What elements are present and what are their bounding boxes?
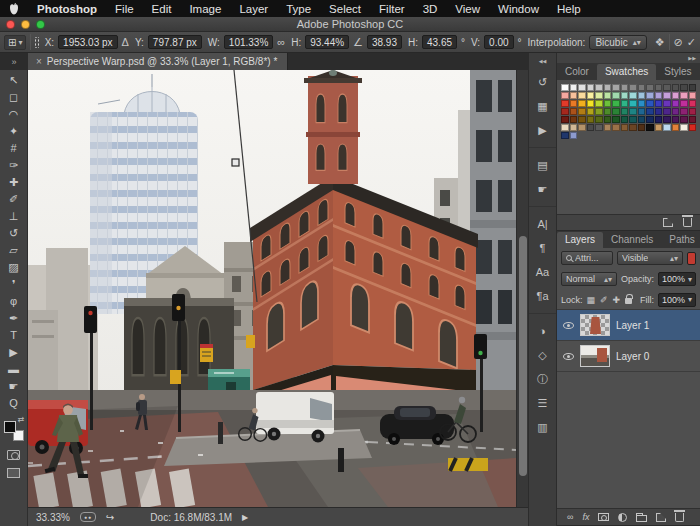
- move-tool[interactable]: ↖: [3, 72, 25, 89]
- lock-all-icon[interactable]: [625, 298, 632, 304]
- swatch[interactable]: [689, 100, 697, 107]
- menu-photoshop[interactable]: Photoshop: [28, 3, 106, 15]
- swatch[interactable]: [621, 108, 629, 115]
- marquee-tool[interactable]: ◻: [3, 89, 25, 106]
- link-dimensions-icon[interactable]: ∞: [277, 36, 285, 48]
- menu-select[interactable]: Select: [320, 3, 370, 15]
- vertical-scrollbar[interactable]: [516, 70, 528, 507]
- brush-tool[interactable]: ✐: [3, 191, 25, 208]
- swatch[interactable]: [646, 108, 654, 115]
- quick-selection-tool[interactable]: ✦: [3, 123, 25, 140]
- document-canvas[interactable]: [28, 70, 516, 507]
- tab-channels[interactable]: Channels: [603, 232, 661, 248]
- delete-layer-icon[interactable]: [675, 513, 684, 522]
- swatch[interactable]: [587, 84, 595, 91]
- height-input[interactable]: 93.44%: [305, 35, 349, 49]
- blend-mode-select[interactable]: Normal ▴▾: [561, 272, 617, 286]
- swatch[interactable]: [689, 84, 697, 91]
- histogram-panel-icon[interactable]: ▦: [532, 95, 554, 117]
- swatch[interactable]: [629, 108, 637, 115]
- swatch[interactable]: [561, 108, 569, 115]
- healing-brush-tool[interactable]: ✚: [3, 174, 25, 191]
- hand-tool[interactable]: ☛: [3, 378, 25, 395]
- swatch[interactable]: [689, 92, 697, 99]
- crop-tool[interactable]: #: [3, 140, 25, 157]
- swatch[interactable]: [638, 84, 646, 91]
- swatch[interactable]: [612, 84, 620, 91]
- swatch[interactable]: [680, 108, 688, 115]
- menu-image[interactable]: Image: [180, 3, 230, 15]
- visibility-eye-icon[interactable]: [563, 353, 574, 360]
- swatch[interactable]: [578, 108, 586, 115]
- swatch[interactable]: [595, 92, 603, 99]
- warp-mode-toggle-icon[interactable]: ❖: [655, 36, 665, 49]
- swatch[interactable]: [561, 132, 569, 139]
- new-layer-icon[interactable]: [656, 513, 666, 522]
- gradient-tool[interactable]: ▨: [3, 259, 25, 276]
- measurement-log-panel-icon[interactable]: ☰: [532, 392, 554, 414]
- swatch[interactable]: [604, 92, 612, 99]
- adjustments-panel-icon[interactable]: ◑: [532, 320, 554, 342]
- swatch[interactable]: [587, 124, 595, 131]
- swatch[interactable]: [646, 116, 654, 123]
- layer-filter-type-select[interactable]: Attri...: [561, 251, 613, 265]
- share-icon[interactable]: ↪: [106, 512, 114, 523]
- swatch[interactable]: [672, 100, 680, 107]
- x-input[interactable]: 1953.03 px: [58, 35, 118, 49]
- swatch[interactable]: [663, 116, 671, 123]
- swatch[interactable]: [612, 108, 620, 115]
- apple-menu-icon[interactable]: [6, 3, 22, 15]
- opacity-field[interactable]: 100% ▾: [658, 272, 696, 286]
- swatch[interactable]: [595, 100, 603, 107]
- interpolation-select[interactable]: Bicubic ▴▾: [589, 35, 646, 50]
- tab-layers[interactable]: Layers: [557, 232, 603, 248]
- lock-transparency-icon[interactable]: ▦: [587, 295, 596, 305]
- swatch[interactable]: [570, 132, 578, 139]
- menu-edit[interactable]: Edit: [143, 3, 181, 15]
- swatch[interactable]: [612, 124, 620, 131]
- swatch[interactable]: [672, 124, 680, 131]
- dock-collapse-right-icon[interactable]: ▶▶: [688, 55, 696, 61]
- paragraph-panel-icon[interactable]: ¶: [532, 237, 554, 259]
- swatch[interactable]: [672, 116, 680, 123]
- adjustment-layer-icon[interactable]: [618, 513, 627, 522]
- paragraph-styles-panel-icon[interactable]: ¶a: [532, 285, 554, 307]
- zoom-level-field[interactable]: 33.33%: [36, 512, 70, 523]
- swatch[interactable]: [621, 100, 629, 107]
- swatch[interactable]: [663, 92, 671, 99]
- skew-v-input[interactable]: 0.00: [484, 35, 513, 49]
- swatch[interactable]: [561, 84, 569, 91]
- filter-toggle[interactable]: [687, 252, 696, 265]
- type-tool[interactable]: T: [3, 327, 25, 344]
- layer-filter-value-select[interactable]: Visible ▴▾: [617, 251, 683, 265]
- swatch[interactable]: [655, 124, 663, 131]
- swatch[interactable]: [663, 124, 671, 131]
- swatch[interactable]: [680, 84, 688, 91]
- swatch[interactable]: [561, 124, 569, 131]
- swatch[interactable]: [638, 108, 646, 115]
- swatch[interactable]: [629, 92, 637, 99]
- tool-presets-panel-icon[interactable]: ▤: [532, 154, 554, 176]
- character-styles-panel-icon[interactable]: Aa: [532, 261, 554, 283]
- screen-mode-button[interactable]: [7, 468, 20, 478]
- relative-position-icon[interactable]: Δ: [122, 36, 129, 48]
- swatch[interactable]: [646, 124, 654, 131]
- swatch[interactable]: [570, 124, 578, 131]
- menu-3d[interactable]: 3D: [414, 3, 447, 15]
- character-panel-icon[interactable]: A|: [532, 213, 554, 235]
- swatch[interactable]: [561, 100, 569, 107]
- swatch[interactable]: [680, 92, 688, 99]
- swatch[interactable]: [655, 108, 663, 115]
- swatch[interactable]: [638, 100, 646, 107]
- swatch[interactable]: [680, 116, 688, 123]
- swatch[interactable]: [595, 84, 603, 91]
- swatch[interactable]: [689, 124, 697, 131]
- swatch[interactable]: [587, 100, 595, 107]
- 3d-panel-icon[interactable]: ◇: [532, 344, 554, 366]
- swatch[interactable]: [604, 100, 612, 107]
- new-swatch-button[interactable]: [663, 218, 673, 227]
- layer-thumbnail[interactable]: [580, 314, 610, 336]
- swatch[interactable]: [621, 124, 629, 131]
- scrollbar-thumb[interactable]: [519, 236, 527, 476]
- swatch[interactable]: [655, 84, 663, 91]
